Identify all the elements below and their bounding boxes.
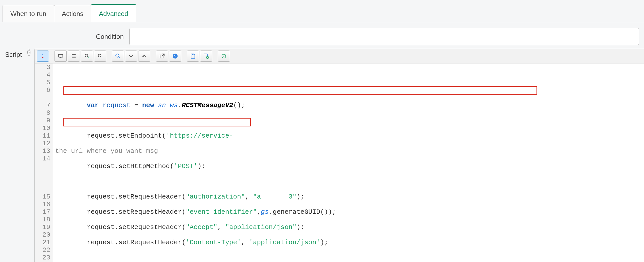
gutter-line: 23 xyxy=(35,254,50,261)
help-filled-icon: ? xyxy=(172,53,178,59)
code-line-6-wrap: the url where you want msg xyxy=(55,147,644,155)
refresh-cog-icon xyxy=(221,53,227,59)
gutter-line: 6 xyxy=(35,86,50,94)
gutter-line: 4 xyxy=(35,71,50,79)
script-toolbar: + − ? xyxy=(35,49,644,63)
comment-icon xyxy=(57,53,64,59)
svg-rect-16 xyxy=(192,54,194,55)
toolbar-help-button[interactable]: ? xyxy=(169,51,181,62)
gutter-line: 21 xyxy=(35,239,50,246)
toolbar-format-button[interactable] xyxy=(37,51,49,62)
gutter-line: 14 xyxy=(35,155,50,162)
code-editor[interactable]: 3 4 5 6 7 8 9 10 11 12 13 14 xyxy=(35,63,644,262)
external-link-icon xyxy=(159,53,165,59)
line-number-gutter: 3 4 5 6 7 8 9 10 11 12 13 14 xyxy=(35,63,53,262)
toolbar-find-prev-button[interactable] xyxy=(138,51,150,62)
toolbar-search-button[interactable] xyxy=(112,51,124,62)
cog-plus-icon: + xyxy=(84,53,90,59)
svg-point-19 xyxy=(223,56,224,57)
code-line-10: request.setRequestHeader("event-identifi… xyxy=(55,208,644,216)
svg-text:+: + xyxy=(88,55,90,59)
tab-when-to-run[interactable]: When to run xyxy=(3,5,54,22)
search-icon xyxy=(115,53,121,59)
indent-icon xyxy=(70,53,77,59)
gutter-line: 22 xyxy=(35,246,50,254)
svg-text:−: − xyxy=(101,55,103,59)
gutter-line: 16 xyxy=(35,201,50,208)
gutter-line: 20 xyxy=(35,231,50,239)
svg-rect-2 xyxy=(59,55,63,57)
code-line-5 xyxy=(55,117,644,124)
script-label: Script xyxy=(5,49,27,59)
gutter-line: 7 xyxy=(35,102,50,109)
gutter-line: 12 xyxy=(35,140,50,147)
chevron-down-icon xyxy=(128,53,134,59)
save-icon xyxy=(190,53,196,59)
svg-text:?: ? xyxy=(174,54,176,58)
gutter-line xyxy=(35,178,50,185)
gutter-line xyxy=(35,162,50,170)
gutter-line: 17 xyxy=(35,208,50,216)
toolbar-save-cog-button[interactable] xyxy=(200,51,212,62)
gutter-line: 8 xyxy=(35,109,50,117)
gutter-line xyxy=(35,94,50,102)
toolbar-comment-button[interactable] xyxy=(55,51,67,62)
cog-minus-icon: − xyxy=(97,53,103,59)
gutter-line: 11 xyxy=(35,132,50,140)
gutter-line: 15 xyxy=(35,193,50,201)
tab-advanced[interactable]: Advanced xyxy=(91,4,136,22)
toolbar-tree-collapse-button[interactable]: − xyxy=(94,51,106,62)
toolbar-find-next-button[interactable] xyxy=(125,51,137,62)
script-row: Script ? + − xyxy=(5,49,639,262)
condition-input[interactable] xyxy=(129,28,639,45)
format-code-icon xyxy=(40,53,46,59)
tabbar: When to run Actions Advanced xyxy=(0,0,644,22)
gutter-line: 10 xyxy=(35,124,50,132)
svg-point-10 xyxy=(116,54,119,57)
code-line-4: var request = new sn_ws.RESTMessageV2(); xyxy=(55,102,644,109)
condition-row: Condition xyxy=(5,28,639,45)
form-area: Condition Script ? + xyxy=(0,22,644,262)
toolbar-refresh-button[interactable] xyxy=(218,51,230,62)
gutter-line: 19 xyxy=(35,223,50,231)
help-icon[interactable]: ? xyxy=(27,49,30,56)
gutter-line: 18 xyxy=(35,216,50,223)
condition-label: Condition xyxy=(5,33,129,41)
code-line-11: request.setRequestHeader("Accept", "appl… xyxy=(55,223,644,231)
code-line-6: request.setEndpoint('https://service- s'… xyxy=(55,132,644,140)
gutter-line xyxy=(35,170,50,178)
code-line-7: request.setHttpMethod('POST'); xyxy=(55,162,644,170)
gutter-line: 9 xyxy=(35,117,50,124)
toolbar-save-button[interactable] xyxy=(187,51,199,62)
chevron-up-icon xyxy=(141,53,148,59)
code-line-8 xyxy=(55,178,644,185)
gutter-line: 3 xyxy=(35,63,50,71)
svg-marker-0 xyxy=(42,54,44,55)
gutter-line: 13 xyxy=(35,147,50,155)
gutter-line xyxy=(35,185,50,193)
toolbar-popout-button[interactable] xyxy=(156,51,168,62)
svg-marker-1 xyxy=(42,57,44,59)
save-cog-icon xyxy=(203,53,209,59)
code-line-3 xyxy=(55,86,644,94)
toolbar-tree-expand-button[interactable]: + xyxy=(81,51,93,62)
code-line-12: request.setRequestHeader('Content-Type',… xyxy=(55,239,644,246)
script-editor-wrap: + − ? xyxy=(34,49,644,262)
gutter-line: 5 xyxy=(35,79,50,86)
code-line-13 xyxy=(55,254,644,261)
toolbar-indent-button[interactable] xyxy=(68,51,80,62)
code-area[interactable]: var request = new sn_ws.RESTMessageV2();… xyxy=(53,63,644,262)
svg-line-11 xyxy=(119,57,120,58)
code-line-9: request.setRequestHeader("authorization"… xyxy=(55,193,644,201)
tab-actions[interactable]: Actions xyxy=(54,5,91,22)
